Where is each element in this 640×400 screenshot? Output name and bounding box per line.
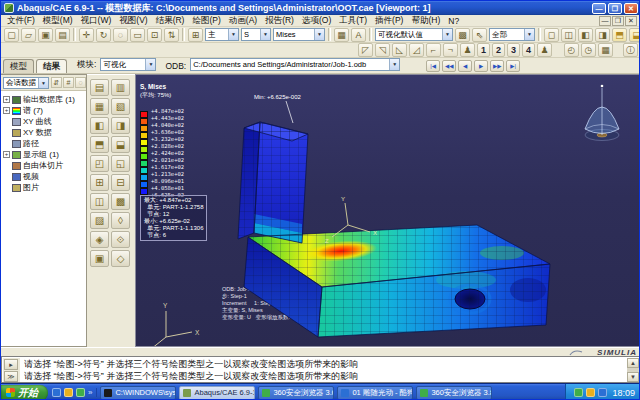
play-backward-button[interactable]: ◀ — [458, 60, 472, 72]
toolbox-tool-icon-14[interactable]: ▨ — [90, 212, 109, 229]
search-tree-icon[interactable]: ◌ — [75, 77, 86, 88]
message-area-tab-button[interactable]: ▸ — [4, 359, 18, 370]
menu-item-2[interactable]: 视口(W) — [77, 15, 116, 27]
quick-launch-icon-3[interactable] — [76, 388, 85, 397]
expander-icon[interactable]: + — [3, 151, 10, 158]
hidden-line-render-icon[interactable]: ◫ — [561, 28, 576, 42]
tree-item-5[interactable]: +显示组 (1) — [3, 149, 86, 160]
context-help-menu[interactable]: N? — [444, 16, 463, 26]
toolbox-tool-icon-2[interactable]: ▦ — [90, 98, 109, 115]
view-2-button[interactable]: 2 — [492, 43, 505, 57]
tree-item-1[interactable]: +谱 (7) — [3, 105, 86, 116]
shaded-render-icon[interactable]: ◧ — [578, 28, 593, 42]
tree-item-3[interactable]: XY 数据 — [3, 127, 86, 138]
toolbox-tool-icon-17[interactable]: ⟐ — [111, 231, 130, 248]
tree-item-8[interactable]: 图片 — [3, 182, 86, 193]
scroll-up-icon[interactable]: ▲ — [627, 358, 639, 368]
grid-icon[interactable]: ▦ — [598, 43, 613, 57]
defaults-combo[interactable]: 可视化默认值▼ — [375, 28, 453, 41]
menu-item-4[interactable]: 结果(R) — [152, 15, 189, 27]
command-line-tab-button[interactable]: ≫ — [4, 371, 18, 382]
shadow-render-icon[interactable]: ◨ — [595, 28, 610, 42]
menu-item-3[interactable]: 视图(V) — [115, 15, 151, 27]
save-icon[interactable]: ▣ — [38, 28, 53, 42]
view-cut-icon-3[interactable]: ◺ — [392, 43, 407, 57]
minimize-button[interactable]: — — [592, 3, 606, 14]
taskbar-task-1[interactable]: Abaqus/CAE 6.9-1 - — [179, 386, 255, 400]
view-cut-icon-4[interactable]: ◿ — [409, 43, 424, 57]
refresh-tree-icon[interactable]: ⇵ — [51, 77, 62, 88]
expander-icon[interactable]: + — [3, 96, 10, 103]
menu-item-10[interactable]: 插件(P) — [371, 15, 407, 27]
start-button[interactable]: 开始 — [1, 385, 48, 400]
view-cut-icon-6[interactable]: ¬ — [443, 43, 458, 57]
taskbar-task-4[interactable]: 360安全浏览器 3.8.8 — [416, 386, 492, 400]
toolbox-tool-icon-15[interactable]: ◊ — [111, 212, 130, 229]
quick-launch-overflow-icon[interactable]: » — [88, 388, 92, 397]
toolbox-tool-icon-13[interactable]: ▩ — [111, 193, 130, 210]
tree-item-7[interactable]: 视频 — [3, 171, 86, 182]
field-variable-combo[interactable]: S▼ — [241, 28, 271, 41]
view-1-button[interactable]: 1 — [477, 43, 490, 57]
module-combo[interactable]: 可视化▼ — [100, 58, 156, 71]
tree-item-2[interactable]: XY 曲线 — [3, 116, 86, 127]
toolbox-tool-icon-8[interactable]: ◰ — [90, 155, 109, 172]
view-cut-icon-5[interactable]: ⌐ — [426, 43, 441, 57]
view-cut-icon-2[interactable]: ◹ — [375, 43, 390, 57]
expander-icon[interactable]: + — [3, 107, 10, 114]
tab-model[interactable]: 模型 — [3, 59, 34, 73]
menu-item-8[interactable]: 选项(O) — [298, 15, 335, 27]
menu-item-9[interactable]: 工具(T) — [335, 15, 371, 27]
person-view-icon-2[interactable]: ♟ — [537, 43, 552, 57]
menu-item-11[interactable]: 帮助(H) — [407, 15, 444, 27]
clock-icon-1[interactable]: ◴ — [564, 43, 579, 57]
perspective-cube-icon-1[interactable]: ⬒ — [612, 28, 627, 42]
menu-item-6[interactable]: 动画(A) — [225, 15, 261, 27]
view-3-button[interactable]: 3 — [507, 43, 520, 57]
open-file-icon[interactable]: ▱ — [21, 28, 36, 42]
cycle-views-icon[interactable]: ⇅ — [164, 28, 179, 42]
person-view-icon[interactable]: ♟ — [460, 43, 475, 57]
rewind-button[interactable]: ◀◀ — [442, 60, 456, 72]
tray-icon-3[interactable] — [598, 388, 607, 397]
mdi-minimize-button[interactable]: — — [599, 16, 611, 26]
last-frame-button[interactable]: ▶| — [506, 60, 520, 72]
selection-cursor-icon[interactable]: ⇖ — [472, 28, 487, 42]
restore-button[interactable]: ❐ — [608, 3, 622, 14]
box-zoom-icon[interactable]: ▭ — [130, 28, 145, 42]
mdi-restore-button[interactable]: ❐ — [612, 16, 624, 26]
menu-item-5[interactable]: 绘图(P) — [188, 15, 224, 27]
play-forward-button[interactable]: ▶ — [474, 60, 488, 72]
selection-filter-combo[interactable]: 全部▼ — [489, 28, 535, 41]
wireframe-render-icon[interactable]: ◻ — [544, 28, 559, 42]
field-output-icon[interactable]: ⊞ — [188, 28, 203, 42]
viewport[interactable]: ODB: Job-1.odb Abaqus/Standard 6.9-1 Wed… — [135, 74, 640, 347]
clock-icon-2[interactable]: ◷ — [581, 43, 596, 57]
toolbox-tool-icon-5[interactable]: ◨ — [111, 117, 130, 134]
tray-icon-1[interactable] — [574, 388, 583, 397]
toolbox-tool-icon-3[interactable]: ▧ — [111, 98, 130, 115]
toolbox-tool-icon-0[interactable]: ▤ — [90, 79, 109, 96]
tree-item-4[interactable]: 路径 — [3, 138, 86, 149]
annotation-icon[interactable]: A — [351, 28, 366, 42]
color-code-icon[interactable]: ▩ — [455, 28, 470, 42]
menu-item-7[interactable]: 报告(R) — [261, 15, 298, 27]
tab-results[interactable]: 结果 — [36, 59, 67, 73]
info-icon[interactable]: ⓘ — [623, 43, 638, 57]
message-scrollbar[interactable]: ▲ ▼ — [627, 358, 639, 382]
view-compass[interactable] — [585, 85, 619, 141]
taskbar-task-3[interactable]: 01 雕随光动 - 酷狗 — [337, 386, 413, 400]
first-frame-button[interactable]: |◀ — [426, 60, 440, 72]
view-4-button[interactable]: 4 — [522, 43, 535, 57]
tree-item-0[interactable]: +输出数据库 (1) — [3, 94, 86, 105]
message-area[interactable]: ▸≫ 请选择 “绘图->符号” 并选择三个符号绘图类型之一以观察改变绘图选项所带… — [1, 356, 640, 383]
filter-tree-icon[interactable]: # — [63, 77, 74, 88]
odb-combo[interactable]: C:/Documents and Settings/Administrator/… — [190, 58, 400, 71]
close-button[interactable]: ✕ — [624, 3, 638, 14]
toolbox-tool-icon-18[interactable]: ▣ — [90, 250, 109, 267]
toolbox-tool-icon-12[interactable]: ◫ — [90, 193, 109, 210]
quick-launch-icon-2[interactable] — [64, 388, 73, 397]
toolbox-tool-icon-4[interactable]: ◧ — [90, 117, 109, 134]
print-icon[interactable]: ▤ — [55, 28, 70, 42]
quick-launch-icon-1[interactable] — [52, 388, 61, 397]
